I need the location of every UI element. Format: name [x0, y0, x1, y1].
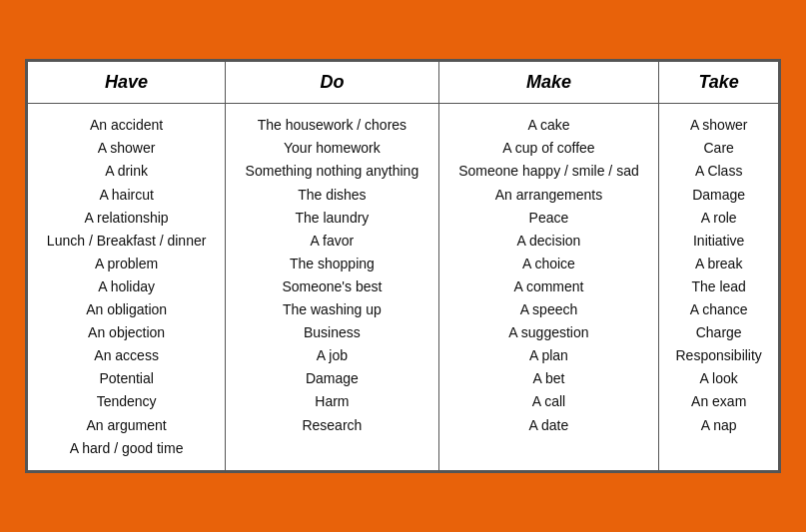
do-column: The housework / choresYour homeworkSomet…	[226, 104, 438, 470]
outer-frame: Have Do Make Take An accidentA showerA d…	[0, 0, 806, 532]
verb-collocations-table: Have Do Make Take An accidentA showerA d…	[27, 61, 779, 470]
have-column: An accidentA showerA drinkA haircutA rel…	[28, 104, 226, 470]
header-have: Have	[28, 62, 226, 104]
header-do: Do	[226, 62, 438, 104]
table-wrapper: Have Do Make Take An accidentA showerA d…	[25, 59, 781, 472]
header-make: Make	[438, 62, 659, 104]
header-take: Take	[659, 62, 779, 104]
make-column: A cakeA cup of coffeeSomeone happy / smi…	[438, 104, 659, 470]
take-column: A showerCareA ClassDamageA roleInitiativ…	[659, 104, 779, 470]
